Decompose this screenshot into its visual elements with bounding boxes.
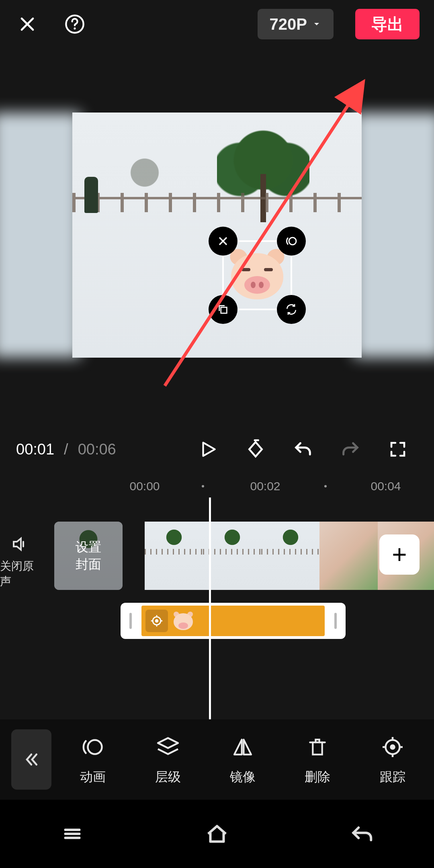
cover-label-line1: 设置 <box>76 538 101 556</box>
svg-marker-20 <box>158 738 178 748</box>
layer-icon <box>154 733 182 761</box>
export-button[interactable]: 导出 <box>355 9 420 39</box>
sticker-selection[interactable] <box>211 229 303 321</box>
preview-blur-right <box>354 113 434 358</box>
tool-label: 删除 <box>305 768 330 786</box>
ruler-dot <box>202 485 204 487</box>
svg-marker-9 <box>203 442 215 456</box>
back-icon <box>349 821 374 846</box>
svg-marker-11 <box>14 538 21 550</box>
sticker-rotate-handle[interactable] <box>277 295 306 324</box>
tool-label: 镜像 <box>230 768 256 786</box>
ruler-dot <box>324 485 327 487</box>
tool-mirror[interactable]: 镜像 <box>229 733 257 786</box>
svg-point-3 <box>74 27 76 29</box>
ruler-mark: 00:02 <box>250 479 280 493</box>
motion-icon <box>284 234 299 248</box>
bottom-toolbar: 动画 层级 镜像 删除 <box>0 719 434 800</box>
mute-original-audio[interactable]: 关闭原声 <box>0 534 40 589</box>
animation-icon <box>79 733 107 761</box>
playhead[interactable] <box>209 497 211 751</box>
chevrons-left-icon <box>23 751 40 768</box>
svg-point-22 <box>391 745 394 749</box>
header-bar: 720P 导出 <box>0 0 434 48</box>
time-ruler[interactable]: 00:00 00:02 00:04 <box>0 474 434 498</box>
resolution-dropdown[interactable]: 720P <box>258 9 334 39</box>
close-icon <box>217 235 229 248</box>
tracking-badge <box>145 610 168 632</box>
pig-sticker[interactable] <box>227 247 287 303</box>
ruler-mark: 00:00 <box>129 479 160 493</box>
svg-point-6 <box>289 237 296 245</box>
sticker-clip-body[interactable] <box>141 606 325 636</box>
undo-button[interactable] <box>286 432 320 466</box>
svg-point-14 <box>156 620 158 622</box>
help-button[interactable] <box>62 11 88 37</box>
fullscreen-icon <box>388 440 407 459</box>
menu-icon <box>60 822 84 846</box>
tool-delete[interactable]: 删除 <box>303 733 332 786</box>
nav-home[interactable] <box>199 816 235 852</box>
svg-point-19 <box>88 740 102 754</box>
tool-label: 跟踪 <box>380 768 405 786</box>
nav-recent[interactable] <box>54 816 90 852</box>
plus-icon: + <box>392 540 407 569</box>
timeline-area: 关闭原声 设置 封面 + <box>0 502 434 743</box>
scene-element <box>72 193 362 212</box>
play-icon <box>198 439 218 459</box>
home-icon <box>204 821 230 847</box>
clip-trim-left[interactable] <box>121 603 141 639</box>
clip-thumbnail[interactable] <box>261 522 319 590</box>
set-cover-button[interactable]: 设置 封面 <box>54 522 123 590</box>
redo-icon <box>340 439 361 460</box>
copy-icon <box>217 303 229 316</box>
time-separator: / <box>61 441 71 458</box>
pig-sticker-icon <box>173 612 194 630</box>
crosshair-icon <box>150 614 164 628</box>
mute-label: 关闭原声 <box>0 559 40 589</box>
preview-blur-left <box>0 113 80 358</box>
clip-thumbnail[interactable] <box>203 522 261 590</box>
scene-element <box>121 153 169 197</box>
scene-element <box>84 177 98 213</box>
keyframe-button[interactable] <box>239 432 272 466</box>
play-button[interactable] <box>191 432 225 466</box>
clip-thumbnail[interactable] <box>145 522 203 590</box>
mirror-icon <box>229 733 257 761</box>
sticker-track-clip[interactable] <box>121 603 346 639</box>
clip-trim-right[interactable] <box>326 603 346 639</box>
tool-layer[interactable]: 层级 <box>154 733 182 786</box>
rotate-icon <box>285 303 298 316</box>
undo-icon <box>293 439 313 460</box>
sticker-copy-handle[interactable] <box>209 295 237 324</box>
resolution-label: 720P <box>270 15 307 33</box>
tool-label: 动画 <box>80 768 106 786</box>
nav-back[interactable] <box>344 816 380 852</box>
trash-icon <box>303 733 332 761</box>
tool-animation[interactable]: 动画 <box>79 733 107 786</box>
speaker-icon <box>10 534 30 554</box>
ruler-mark: 00:04 <box>371 479 401 493</box>
total-time: 00:06 <box>78 441 116 458</box>
transport-bar: 00:01 / 00:06 <box>0 432 434 466</box>
crosshair-icon <box>379 733 407 761</box>
chevron-down-icon <box>312 19 321 29</box>
tool-label: 层级 <box>155 768 181 786</box>
sticker-delete-handle[interactable] <box>209 227 237 256</box>
preview-area <box>0 113 434 358</box>
add-clip-button[interactable]: + <box>379 534 420 575</box>
keyframe-icon <box>245 438 266 460</box>
system-nav-bar <box>0 800 434 868</box>
export-label: 导出 <box>371 13 403 35</box>
sticker-motion-handle[interactable] <box>277 227 306 256</box>
fullscreen-button[interactable] <box>381 432 415 466</box>
cover-label-line2: 封面 <box>76 556 101 573</box>
clip-thumbnail[interactable] <box>319 522 378 590</box>
toolbar-collapse-button[interactable] <box>11 729 51 790</box>
svg-rect-7 <box>221 307 227 313</box>
close-button[interactable] <box>14 11 40 37</box>
redo-button[interactable] <box>334 432 367 466</box>
tool-tracking[interactable]: 跟踪 <box>379 733 407 786</box>
current-time: 00:01 <box>16 441 54 458</box>
